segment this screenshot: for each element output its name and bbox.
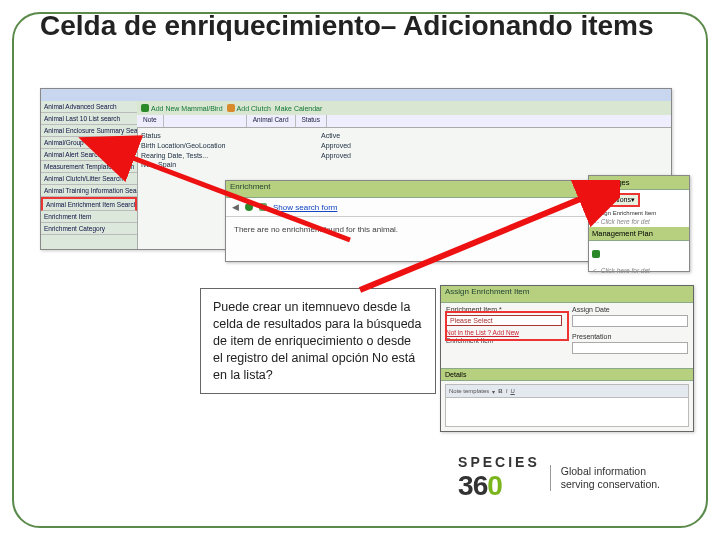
actions-dropdown[interactable]: Actions▾: [592, 193, 640, 207]
make-calendar-button[interactable]: Make Calendar: [275, 105, 322, 112]
logo-tagline: Global informationserving conservation.: [550, 465, 660, 490]
rte-toolbar: Note templates ▾ B I U: [446, 385, 688, 398]
sidebar-item[interactable]: Animal Enclosure Summary Search: [41, 125, 137, 137]
right-panel: Life Stages Actions▾ Assign Enrichment I…: [588, 175, 690, 272]
species360-logo: SPECIES 360 Global informationserving co…: [458, 454, 660, 502]
chevron-left-icon[interactable]: ◀: [232, 202, 239, 212]
logo-brand: SPECIES: [458, 454, 540, 470]
management-plan-header: Management Plan: [589, 227, 689, 241]
sidebar-item[interactable]: Measurement Template Search: [41, 161, 137, 173]
details-header: Details: [441, 368, 693, 381]
caption-box: Puede crear un itemnuevo desde la celda …: [200, 288, 436, 394]
sidebar-item-enrichment-search[interactable]: Animal Enrichment Item Search: [41, 197, 137, 211]
enrichment-header: Enrichment: [226, 181, 596, 198]
no-results-message: There are no enrichment found for this a…: [226, 217, 596, 242]
field-label: Presentation: [572, 333, 688, 340]
note-grid: Status Birth Location/GeoLocation Rearin…: [141, 131, 225, 170]
slide-title: Celda de enriquecimiento– Adicionando it…: [40, 10, 690, 42]
rte-btn[interactable]: ▾: [492, 388, 495, 395]
tab[interactable]: Animal Card: [247, 115, 296, 127]
plus-icon: [227, 104, 235, 112]
field-label: Assign Date: [572, 306, 688, 313]
sidebar-item[interactable]: Animal Advanced Search: [41, 101, 137, 113]
sidebar-item[interactable]: Animal Clutch/Litter Search: [41, 173, 137, 185]
globe-icon[interactable]: [245, 203, 253, 211]
tab[interactable]: Status: [296, 115, 327, 127]
dialog-header: Assign Enrichment Item: [441, 286, 693, 303]
toolbar: Add New Mammal/Bird Add Clutch Make Cale…: [137, 101, 671, 116]
sidebar-item[interactable]: Enrichment Category: [41, 223, 137, 235]
enrichment-panel: Enrichment ◀ Show search form There are …: [225, 180, 597, 262]
sidebar-item[interactable]: Enrichment Item: [41, 211, 137, 223]
bold-icon[interactable]: B: [498, 388, 502, 394]
logo-360: 360: [458, 470, 540, 502]
assign-enrichment-dialog: Assign Enrichment Item Enrichment Item *…: [440, 285, 694, 432]
rich-text-editor[interactable]: Note templates ▾ B I U: [445, 384, 689, 427]
hint-text: <- Click here for det: [589, 216, 689, 227]
add-clutch-button[interactable]: Add Clutch: [227, 104, 271, 112]
highlight-box: [445, 311, 569, 341]
rte-templates[interactable]: Note templates: [449, 388, 489, 394]
left-sidebar: Animal Advanced Search Animal Last 10 Li…: [41, 101, 138, 249]
add-mammal-button[interactable]: Add New Mammal/Bird: [141, 104, 223, 112]
tab[interactable]: Note: [137, 115, 164, 127]
sidebar-item[interactable]: Animal Training Information Search: [41, 185, 137, 197]
note-grid-2: Active Approved Approved: [321, 131, 351, 160]
show-search-link[interactable]: Show search form: [273, 203, 337, 212]
refresh-icon[interactable]: [259, 203, 267, 211]
life-stages-header: Life Stages: [589, 176, 689, 190]
sidebar-item[interactable]: Animal Alert Search: [41, 149, 137, 161]
sidebar-item[interactable]: Animal Last 10 List search: [41, 113, 137, 125]
tab[interactable]: [164, 115, 247, 127]
hint-text: <- Click here for det: [589, 265, 689, 276]
tab-row: Note Animal Card Status: [137, 115, 671, 128]
date-input[interactable]: [572, 315, 688, 327]
italic-icon[interactable]: I: [506, 388, 508, 394]
plus-icon: [141, 104, 149, 112]
presentation-select[interactable]: [572, 342, 688, 354]
enrichment-toolbar: ◀ Show search form: [226, 198, 596, 217]
plus-icon[interactable]: [592, 250, 600, 258]
plus-icon: [597, 196, 605, 204]
underline-icon[interactable]: U: [510, 388, 514, 394]
sidebar-item[interactable]: Animal/Group Merge Split Search: [41, 137, 137, 149]
